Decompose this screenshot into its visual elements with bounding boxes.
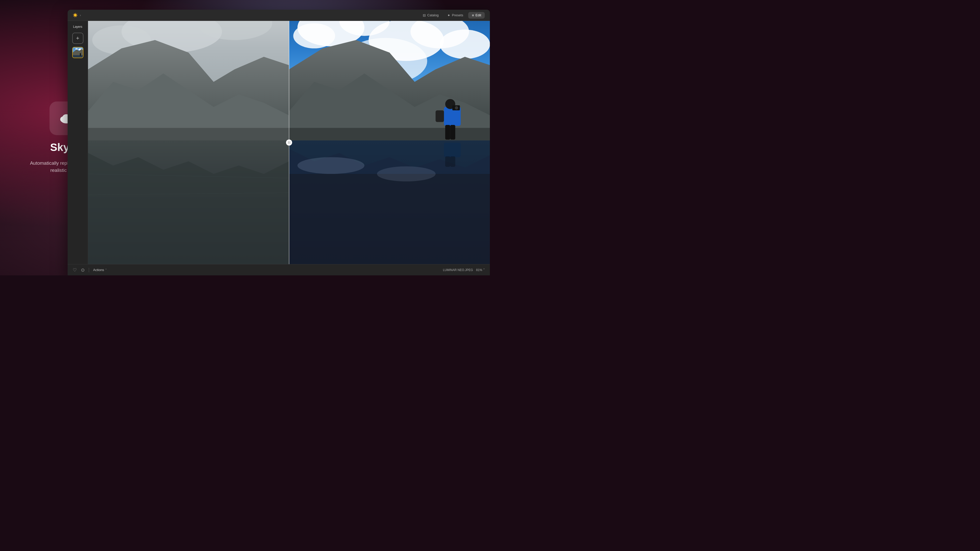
sliders-icon: ≡ bbox=[472, 13, 474, 17]
title-bar: ☀️ › ⊟ Catalog ✦ Presets ≡ Edit bbox=[68, 10, 490, 21]
target-icon[interactable]: ⊙ bbox=[81, 267, 85, 273]
svg-point-10 bbox=[80, 53, 81, 54]
svg-rect-43 bbox=[450, 125, 455, 140]
layers-title: Layers bbox=[73, 25, 82, 29]
image-before bbox=[88, 21, 289, 264]
actions-chevron-icon: ˅ bbox=[105, 268, 107, 271]
svg-rect-8 bbox=[73, 55, 83, 58]
zoom-value: 81% bbox=[476, 268, 482, 272]
layers-sidebar: Layers + bbox=[68, 21, 88, 264]
bottom-right: LUMINAR NEO.JPEG 81% ˅ bbox=[443, 268, 485, 272]
bottom-divider bbox=[89, 268, 89, 272]
app-window: ☀️ › ⊟ Catalog ✦ Presets ≡ Edit Layers + bbox=[68, 10, 490, 275]
svg-rect-9 bbox=[80, 54, 81, 56]
presets-label: Presets bbox=[452, 13, 463, 17]
split-handle-icon bbox=[287, 141, 291, 144]
luminar-sun-icon: ☀️ bbox=[73, 13, 78, 17]
add-layer-button[interactable]: + bbox=[72, 33, 83, 44]
svg-point-36 bbox=[297, 157, 364, 174]
sparkle-icon: ✦ bbox=[447, 13, 450, 17]
layer-thumbnail[interactable] bbox=[72, 47, 83, 58]
svg-point-37 bbox=[377, 167, 436, 181]
edit-nav-button[interactable]: ≡ Edit bbox=[468, 12, 485, 19]
filename-label: LUMINAR NEO.JPEG bbox=[443, 268, 473, 272]
bottom-left: ♡ ⊙ Actions ˅ bbox=[73, 267, 107, 273]
svg-point-28 bbox=[440, 30, 490, 59]
svg-rect-47 bbox=[450, 156, 455, 167]
split-handle[interactable] bbox=[286, 140, 292, 146]
title-bar-left: ☀️ › bbox=[73, 13, 81, 17]
zoom-chevron-icon: ˅ bbox=[483, 268, 485, 272]
bottom-bar: ♡ ⊙ Actions ˅ LUMINAR NEO.JPEG 81% ˅ bbox=[68, 264, 490, 275]
edit-label: Edit bbox=[476, 13, 481, 17]
favorite-icon[interactable]: ♡ bbox=[73, 267, 77, 273]
before-image-svg bbox=[88, 21, 289, 264]
title-bar-nav: ⊟ Catalog ✦ Presets ≡ Edit bbox=[419, 12, 485, 19]
actions-button[interactable]: Actions ˅ bbox=[93, 268, 107, 272]
svg-point-41 bbox=[455, 106, 458, 110]
svg-rect-32 bbox=[289, 128, 490, 140]
svg-rect-45 bbox=[444, 143, 461, 157]
catalog-label: Catalog bbox=[427, 13, 439, 17]
presets-nav-button[interactable]: ✦ Presets bbox=[444, 12, 467, 19]
svg-rect-44 bbox=[436, 110, 444, 122]
canvas-area[interactable] bbox=[88, 21, 490, 264]
svg-point-25 bbox=[293, 23, 335, 48]
main-content: Layers + bbox=[68, 21, 490, 264]
svg-rect-42 bbox=[445, 125, 450, 140]
image-after bbox=[289, 21, 490, 264]
layer-thumb-svg bbox=[73, 48, 83, 58]
folder-icon: ⊟ bbox=[423, 13, 426, 17]
svg-rect-17 bbox=[88, 128, 289, 140]
plus-icon: + bbox=[76, 35, 80, 41]
svg-rect-46 bbox=[445, 156, 450, 167]
after-image-svg bbox=[289, 21, 490, 264]
catalog-nav-button[interactable]: ⊟ Catalog bbox=[419, 12, 442, 19]
layer-thumb-art bbox=[73, 48, 83, 58]
zoom-control[interactable]: 81% ˅ bbox=[476, 268, 485, 272]
title-bar-chevron-icon: › bbox=[80, 14, 81, 17]
split-divider[interactable] bbox=[289, 21, 290, 264]
actions-label: Actions bbox=[93, 268, 104, 272]
